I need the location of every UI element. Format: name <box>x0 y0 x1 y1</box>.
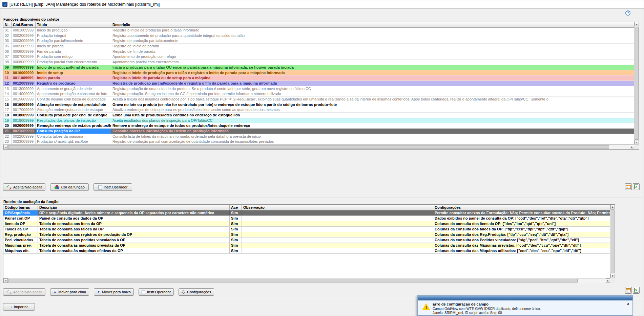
cell-desc: Tabela de consulta às máquinas efetivas … <box>38 248 230 253</box>
cell-title: Início de setup <box>36 70 111 75</box>
operator-instructions-button[interactable]: Instr.Operador <box>94 183 132 191</box>
cell-title: Consulta posição da OP <box>36 129 111 134</box>
scroll-right-arrow[interactable]: ► <box>606 278 610 283</box>
toast-header-bar <box>418 296 632 300</box>
functions-vertical-scrollbar[interactable]: ▲ ▼ <box>634 22 639 144</box>
functions-table-row[interactable]: 180018009999Consulta prod./lote por end.… <box>3 113 634 118</box>
cell-code: Reg. produção <box>3 232 38 237</box>
functions-table-row[interactable]: 150015009999Conf.de insumo com baixa de … <box>3 97 634 102</box>
scroll-thumb[interactable] <box>8 279 578 283</box>
excel-export-button[interactable]: X <box>633 287 640 294</box>
scroll-thumb[interactable] <box>611 209 615 273</box>
cell-n: 11 <box>3 75 12 81</box>
functions-table-row[interactable]: 090009009999Início de produção/Final de … <box>3 65 634 70</box>
functions-table-row[interactable]: 140014009999Apontamento produção e consu… <box>3 91 634 97</box>
column-header[interactable]: Observação <box>242 205 433 210</box>
cell-desc: OP e sequência digitado. Aceita número e… <box>38 210 230 216</box>
functions-horizontal-scrollbar[interactable]: ◄ ► <box>3 144 634 149</box>
routing-table-row[interactable]: Reg. produçãoTabela de consulta aos regi… <box>3 232 610 238</box>
cell-n: 22 <box>3 134 12 139</box>
scroll-up-arrow[interactable]: ▲ <box>635 22 639 26</box>
column-header[interactable]: Configurações <box>433 205 610 210</box>
cell-code: 0016009999 <box>12 102 36 107</box>
cell-desc: Apontamento parcial com encerramento <box>111 60 634 65</box>
functions-table-row[interactable]: 070007009999Produção com refugoApontamen… <box>3 54 634 60</box>
routing-grid: Código barrasDescriçãoAceObservaçãoConfi… <box>3 205 610 278</box>
column-header[interactable]: Descrição <box>111 22 634 27</box>
operator-instructions-button[interactable]: Instr.Operador <box>139 288 174 296</box>
routing-vertical-scrollbar[interactable]: ▲ ▼ <box>610 205 615 278</box>
functions-table-row[interactable]: 030003009999Produção parcial/excedenteRe… <box>3 38 634 44</box>
import-button[interactable]: ↓ Importar <box>3 303 35 311</box>
help-icon[interactable]: ? <box>625 10 630 16</box>
column-header[interactable]: Título <box>36 22 111 27</box>
settings-button[interactable]: Configurações <box>179 288 214 296</box>
routing-table-row[interactable]: OP/SequênciaOP e sequência digitado. Ace… <box>3 210 610 216</box>
scroll-thumb[interactable] <box>8 145 609 149</box>
function-color-button[interactable]: Cor da função <box>50 183 89 191</box>
routing-table-row[interactable]: Ped. vinculadosTabela de consulta aos pe… <box>3 238 610 243</box>
cell-code: Ped. vinculados <box>3 238 38 243</box>
functions-table-row[interactable]: 060006009999Fim de paradaRegistro de fim… <box>3 49 634 54</box>
cell-title: Remoção endereço de est.dos produtos/lot <box>36 123 111 128</box>
routing-table-row[interactable]: Talões da OPTabela de consulta aos talõe… <box>3 227 610 232</box>
functions-table-row[interactable]: 050005009999Início de paradaRegistro de … <box>3 44 634 49</box>
function-color-label: Cor da função <box>61 185 85 189</box>
cell-code: 0013009999 <box>12 86 36 91</box>
cell-code: 0002009999 <box>12 33 36 38</box>
scroll-left-arrow[interactable]: ◄ <box>3 278 8 283</box>
app-window: [Usu: RECH] [Emp: JAM] Manutenção dos ro… <box>0 0 644 316</box>
cell-n: 16 <box>3 102 12 107</box>
column-header[interactable]: Ace <box>230 205 242 210</box>
functions-table-row[interactable]: 130013009999Apontamento c/ geração de sé… <box>3 86 634 92</box>
routing-table-row[interactable]: Painel con.OPPainel de consulta aos dado… <box>3 216 610 221</box>
move-down-button[interactable]: ▼ Mover para baixo <box>94 288 134 296</box>
cell-n: 01 <box>3 28 12 33</box>
cell-n: 21 <box>3 129 12 134</box>
excel-export-button[interactable]: X <box>633 183 640 190</box>
scroll-corner <box>634 144 639 149</box>
cell-obs <box>242 216 433 221</box>
routing-horizontal-scrollbar[interactable]: ◄ ► <box>3 278 610 283</box>
cell-code: 0015009999 <box>12 97 36 102</box>
settings-label: Configurações <box>187 290 211 294</box>
routing-table-row[interactable]: Itens da OPTabela de consulta aos itens … <box>3 221 610 227</box>
functions-table-row[interactable]: 160016009999Alteração endereço de est.pr… <box>3 102 634 108</box>
scroll-down-arrow[interactable]: ▼ <box>610 274 615 278</box>
scroll-up-arrow[interactable]: ▲ <box>610 205 615 209</box>
column-header[interactable]: N. <box>3 22 12 27</box>
functions-table-row[interactable]: 200020009999Remoção endereço de est.dos … <box>3 123 634 129</box>
routing-table-row[interactable]: Máquinas efe.Tabela de consulta às máqui… <box>3 248 610 254</box>
grid-columns-button[interactable] <box>625 287 632 294</box>
cell-n: 02 <box>3 33 12 38</box>
accept-toggle-button[interactable]: ✓ ✗ Aceita/Não aceita <box>3 183 45 191</box>
cell-code: Máquinas prev. <box>3 243 38 248</box>
cell-obs <box>242 210 433 216</box>
scroll-down-arrow[interactable]: ▼ <box>635 140 639 144</box>
scroll-left-arrow[interactable]: ◄ <box>3 145 8 149</box>
column-header[interactable]: Descrição <box>38 205 230 210</box>
column-header[interactable]: Código barras <box>3 205 38 210</box>
functions-table-row[interactable]: 110011009999Início paradaRegistra o iníc… <box>3 75 634 81</box>
operator-instructions-label: Instr.Operador <box>147 290 171 294</box>
functions-table-row[interactable]: 190019009999Resultados dos planos de ins… <box>3 118 634 123</box>
functions-table-row[interactable]: 230023009999Produção c/ aceit. qtd. ins.… <box>3 139 634 144</box>
cell-code: 0012009999 <box>12 81 36 86</box>
functions-table-row[interactable]: 170017009999Alteração endereço/quantidad… <box>3 107 634 113</box>
functions-table-row[interactable]: 020002009999Produção integralRegistra ap… <box>3 33 634 39</box>
cell-desc: Tabela de consulta aos itens da OP <box>38 221 230 226</box>
functions-table-row[interactable]: 100010009999Início de setupRegistra o in… <box>3 70 634 76</box>
move-up-button[interactable]: ▲ Mover para cima <box>50 288 89 296</box>
functions-table-row[interactable]: 120012009999Registro de produçãoRegistra… <box>3 81 634 86</box>
functions-table-row[interactable]: 010001009999Início de produçãoRegistra o… <box>3 28 634 33</box>
grid-columns-button[interactable] <box>625 183 632 190</box>
scroll-thumb[interactable] <box>635 27 639 140</box>
functions-table-row[interactable]: 220022009999Consulta talões da máquinaCo… <box>3 134 634 139</box>
functions-table-row[interactable]: 210021009999Consulta posição da OPConsul… <box>3 129 634 134</box>
accept-toggle-button-disabled[interactable]: ✓ ✗ Aceita/Não aceita <box>3 288 45 296</box>
functions-table-row[interactable]: 080008009999Produção parcial com encerra… <box>3 60 634 65</box>
column-header[interactable]: Cód.Barras <box>12 22 36 27</box>
routing-table-row[interactable]: Máquinas prev.Tabela de consulta às máqu… <box>3 243 610 248</box>
close-icon[interactable]: x <box>627 302 629 306</box>
scroll-right-arrow[interactable]: ► <box>630 145 634 149</box>
